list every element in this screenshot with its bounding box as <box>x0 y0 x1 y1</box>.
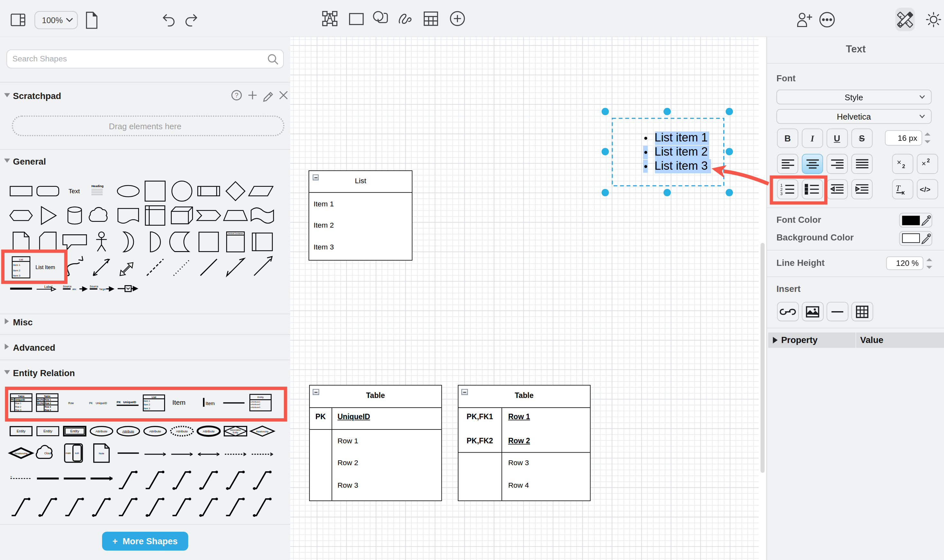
svg-text:x: x <box>902 189 905 195</box>
svg-text:+Attribute1: +Attribute1 <box>250 400 260 403</box>
svg-text:Item 2: Item 2 <box>13 269 21 272</box>
svg-text:Attribute: Attribute <box>122 429 134 433</box>
svg-text:List Item: List Item <box>35 264 55 270</box>
svg-text:Row 1: Row 1 <box>15 402 21 405</box>
svg-text:Text: Text <box>68 188 80 194</box>
svg-text:3: 3 <box>780 191 782 196</box>
svg-text:UniqueID: UniqueID <box>15 398 25 401</box>
svg-text:Entity: Entity <box>43 429 52 433</box>
svg-text:100%: 100% <box>42 16 63 25</box>
svg-text:Row 3: Row 3 <box>15 409 21 411</box>
svg-text:Attribute: Attribute <box>203 429 214 433</box>
svg-text:Relationship: Relationship <box>14 452 27 455</box>
svg-text:+Attribute3: +Attribute3 <box>250 406 260 408</box>
svg-text:Vertical Container: Vertical Container <box>228 232 243 234</box>
svg-text:Item: Item <box>205 401 215 406</box>
svg-text:Attribute: Attribute <box>176 429 188 433</box>
svg-text:Entity: Entity <box>17 429 26 433</box>
svg-text:Item 1: Item 1 <box>13 264 21 266</box>
svg-text:</>: </> <box>919 185 930 193</box>
svg-text:PK: PK <box>11 398 14 401</box>
svg-text:Row: Row <box>68 402 74 405</box>
svg-text:Row 2: Row 2 <box>45 402 51 405</box>
svg-text:Table: Table <box>44 395 51 398</box>
svg-text:sub: sub <box>75 452 79 455</box>
svg-text:Row 1: Row 1 <box>45 398 51 401</box>
svg-text:Attribute: Attribute <box>149 429 161 433</box>
svg-text:2: 2 <box>902 163 905 169</box>
svg-text:Attribute: Attribute <box>96 429 108 433</box>
svg-text:?: ? <box>235 92 238 99</box>
svg-text:Associative: Associative <box>230 429 241 431</box>
svg-text:Item 2: Item 2 <box>144 403 150 406</box>
svg-text:Row 3: Row 3 <box>45 406 51 408</box>
svg-text:N: N <box>10 475 12 478</box>
svg-text:Relationship: Relationship <box>256 431 268 433</box>
svg-text:Item 3: Item 3 <box>144 407 150 409</box>
svg-text:List: List <box>19 258 23 261</box>
svg-text:Item 1: Item 1 <box>144 400 150 402</box>
svg-text:Cloud: Cloud <box>45 452 51 455</box>
svg-text:Entity: Entity <box>233 431 238 434</box>
svg-text:main: main <box>66 452 71 455</box>
svg-text:Entity: Entity <box>258 396 264 398</box>
svg-text:×: × <box>921 159 926 168</box>
svg-text:×: × <box>897 158 901 166</box>
svg-text:Row 4: Row 4 <box>45 409 51 411</box>
svg-text:Note: Note <box>99 452 105 455</box>
svg-text:+Attribute2: +Attribute2 <box>250 403 260 405</box>
svg-text:Target: Target <box>99 288 106 291</box>
svg-text:PK UniqueID: PK UniqueID <box>89 402 107 405</box>
svg-text:Table: Table <box>18 395 25 398</box>
svg-text:PK,FK1: PK,FK1 <box>37 398 45 401</box>
svg-text:Entity: Entity <box>70 429 79 433</box>
svg-text:T: T <box>895 183 901 192</box>
svg-text:Item: Item <box>172 398 185 406</box>
svg-text:Source: Source <box>63 285 71 288</box>
svg-text:Row 2: Row 2 <box>15 406 21 408</box>
svg-text:List: List <box>152 396 156 398</box>
svg-text:Source: Source <box>90 285 99 288</box>
svg-text:abc: abc <box>72 288 77 291</box>
svg-text:Heading: Heading <box>91 184 103 188</box>
svg-text:PK,FK2: PK,FK2 <box>37 402 45 405</box>
svg-text:PK UniqueID: PK UniqueID <box>117 400 136 404</box>
svg-text:2: 2 <box>927 157 930 163</box>
svg-text:Item 3: Item 3 <box>13 274 21 277</box>
